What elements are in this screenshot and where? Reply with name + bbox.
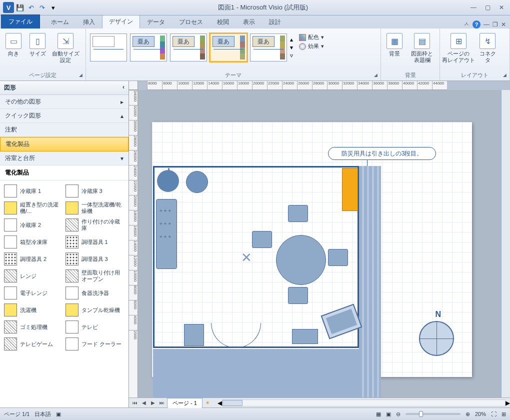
- sheet-tab[interactable]: ページ - 1: [167, 398, 202, 408]
- maximize-button[interactable]: ▢: [483, 3, 492, 12]
- shape-item[interactable]: 電子レンジ: [3, 284, 64, 302]
- shape-item[interactable]: 洗濯機: [3, 302, 64, 318]
- tab-home[interactable]: ホーム: [44, 16, 76, 28]
- layout-launcher[interactable]: ◢: [503, 72, 506, 78]
- sheet-nav-next[interactable]: ▶: [149, 399, 157, 407]
- sun-decoration[interactable]: [158, 171, 178, 191]
- tab-insert[interactable]: 挿入: [76, 16, 102, 28]
- drawing-page[interactable]: 防災用具は引き出しの3段目。 ✕: [152, 122, 472, 377]
- colors-button[interactable]: 配色▾: [299, 34, 324, 41]
- shape-item[interactable]: テレビゲーム: [3, 336, 64, 352]
- chair-left[interactable]: [252, 231, 272, 248]
- chair-right[interactable]: [328, 249, 348, 266]
- effects-button[interactable]: 効果▾: [299, 42, 324, 50]
- porch-area[interactable]: [153, 349, 359, 398]
- connector-button[interactable]: ↯コネクタ: [476, 32, 499, 64]
- shape-item[interactable]: 壁面取り付け用オーブン: [64, 268, 126, 284]
- themes-launcher[interactable]: ◢: [374, 72, 378, 78]
- view-normal-icon[interactable]: ▦: [376, 411, 381, 418]
- minimize-button[interactable]: —: [469, 3, 478, 12]
- shape-item[interactable]: 冷蔵庫 2: [3, 216, 64, 234]
- shape-item[interactable]: タンブル乾燥機: [64, 302, 126, 318]
- zoom-in-button[interactable]: ⊕: [466, 411, 470, 418]
- sheet-add[interactable]: ✶: [204, 399, 212, 407]
- orientation-button[interactable]: ▭向き: [2, 32, 25, 58]
- zoom-level[interactable]: 20%: [475, 411, 486, 417]
- theme-swatch-2[interactable]: 亜あ: [130, 34, 167, 62]
- section-quick-shapes[interactable]: クイック図形▴: [0, 109, 128, 123]
- cabinet-highlighted[interactable]: [342, 168, 358, 211]
- tab-review[interactable]: 校閲: [210, 16, 236, 28]
- chair-bottom[interactable]: [288, 287, 308, 304]
- shape-item[interactable]: フード クーラー: [64, 336, 126, 352]
- round-table-small[interactable]: [186, 171, 208, 193]
- redo-button[interactable]: ↷: [37, 2, 47, 12]
- theme-gallery-more[interactable]: ▴▾▿: [290, 36, 293, 59]
- shape-item[interactable]: レンジ: [3, 268, 64, 284]
- doc-restore-icon[interactable]: ❐: [492, 21, 498, 28]
- furniture-2[interactable]: [292, 329, 318, 344]
- sheet-nav-last[interactable]: ⏭: [158, 399, 166, 407]
- shape-item[interactable]: 縦置き型の洗濯機/...: [3, 200, 64, 216]
- help-icon[interactable]: ?: [472, 20, 480, 28]
- shape-item[interactable]: 冷蔵庫 3: [64, 182, 126, 200]
- tab-file[interactable]: ファイル: [1, 14, 40, 28]
- switch-window-icon[interactable]: ⊞: [502, 411, 506, 418]
- vertical-scrollbar[interactable]: [501, 90, 510, 398]
- theme-swatch-5[interactable]: 亜あ: [250, 34, 287, 62]
- tab-process[interactable]: プロセス: [172, 16, 210, 28]
- shape-item[interactable]: ゴミ処理機: [3, 318, 64, 336]
- relayout-button[interactable]: ⊞ページの 再レイアウト: [442, 32, 475, 64]
- section-electronics[interactable]: 電化製品: [0, 137, 128, 152]
- fit-page-icon[interactable]: ⛶: [491, 411, 496, 417]
- shape-item[interactable]: テレビ: [64, 318, 126, 336]
- sheet-nav-first[interactable]: ⏮: [131, 399, 139, 407]
- theme-gallery[interactable]: 亜あ 亜あ 亜あ 亜あ ▴▾▿: [88, 32, 295, 64]
- section-bath-kitchen[interactable]: 浴室と台所▾: [0, 152, 128, 166]
- callout-shape[interactable]: 防災用具は引き出しの3段目。: [328, 147, 436, 160]
- drawing-canvas[interactable]: 防災用具は引き出しの3段目。 ✕: [138, 90, 501, 398]
- undo-button[interactable]: ↶: [26, 2, 36, 12]
- section-notes[interactable]: 注釈: [0, 123, 128, 137]
- round-table-large[interactable]: [276, 235, 326, 285]
- section-other-shapes[interactable]: その他の図形▸: [0, 95, 128, 109]
- tab-view[interactable]: 表示: [236, 16, 262, 28]
- tab-plan[interactable]: 設計: [262, 16, 288, 28]
- border-title-button[interactable]: ▤図面枠と 表題欄: [407, 32, 437, 64]
- doc-close-icon[interactable]: ✕: [501, 21, 506, 28]
- x-marker[interactable]: ✕: [241, 250, 252, 266]
- horizontal-scrollbar[interactable]: ◀▶: [218, 398, 510, 408]
- shape-item[interactable]: 食器洗浄器: [64, 284, 126, 302]
- save-button[interactable]: 💾: [15, 2, 25, 12]
- ribbon-minimize-icon[interactable]: ㅅ: [464, 20, 470, 28]
- zoom-slider[interactable]: [406, 413, 460, 415]
- tab-data[interactable]: データ: [140, 16, 172, 28]
- shape-item[interactable]: 一体型洗濯機/乾燥機: [64, 200, 126, 216]
- chair-top[interactable]: [288, 205, 308, 222]
- shape-item[interactable]: 冷蔵庫 1: [3, 182, 64, 200]
- shape-item[interactable]: 箱型冷凍庫: [3, 234, 64, 250]
- size-button[interactable]: ▯サイズ: [26, 32, 49, 58]
- zoom-out-button[interactable]: ⊖: [396, 411, 400, 418]
- sheet-nav-prev[interactable]: ◀: [140, 399, 148, 407]
- doc-minimize-icon[interactable]: —: [484, 21, 490, 28]
- striped-wall[interactable]: [359, 166, 381, 398]
- status-record-icon[interactable]: ▣: [56, 411, 61, 418]
- shape-item[interactable]: 作り付けの冷蔵庫: [64, 216, 126, 234]
- shape-item[interactable]: 調理器具 2: [3, 250, 64, 268]
- theme-swatch-3[interactable]: 亜あ: [170, 34, 207, 62]
- background-button[interactable]: ▦背景: [383, 32, 406, 58]
- page-setup-launcher[interactable]: ◢: [79, 72, 82, 78]
- qat-customize[interactable]: ▾: [48, 2, 58, 12]
- tab-design[interactable]: デザイン: [102, 15, 140, 28]
- shape-item[interactable]: 調理器具 1: [64, 234, 126, 250]
- compass-shape[interactable]: [419, 321, 454, 356]
- app-icon[interactable]: V: [3, 2, 14, 13]
- close-button[interactable]: ✕: [497, 3, 506, 12]
- shapes-pane-collapse[interactable]: ‹: [122, 84, 124, 92]
- theme-swatch-selected[interactable]: 亜あ: [210, 34, 247, 62]
- autosize-button[interactable]: ⇲自動サイズ 設定: [50, 32, 81, 64]
- furniture-1[interactable]: [184, 324, 204, 346]
- view-fullscreen-icon[interactable]: ▣: [386, 411, 391, 418]
- theme-swatch-1[interactable]: [90, 34, 127, 62]
